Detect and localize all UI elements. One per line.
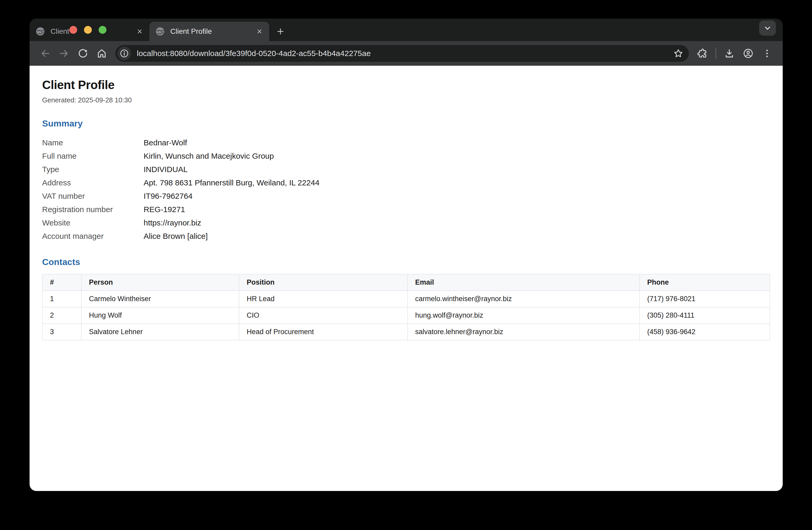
field-label: Account manager (42, 229, 144, 243)
field-label: Type (42, 163, 144, 176)
summary-row: VAT numberIT96-7962764 (42, 189, 770, 203)
table-cell: CIO (239, 307, 408, 324)
table-cell: salvatore.lehner@raynor.biz (408, 324, 640, 340)
globe-favicon-icon (35, 26, 45, 37)
page-content: Client Profile Generated: 2025-09-28 10:… (30, 66, 783, 491)
back-button[interactable] (37, 45, 54, 62)
page-title: Client Profile (42, 78, 770, 92)
summary-row: Account managerAlice Brown [alice] (42, 229, 770, 243)
summary-row: NameBednar-Wolf (42, 136, 770, 149)
browser-menu-button[interactable] (759, 45, 775, 62)
column-header: Position (239, 274, 408, 291)
extensions-button[interactable] (694, 45, 711, 62)
summary-row: Full nameKirlin, Wunsch and Macejkovic G… (42, 149, 770, 163)
table-cell: Head of Procurement (239, 324, 408, 340)
table-body: 1Carmelo WintheiserHR Leadcarmelo.winthe… (42, 291, 770, 340)
field-value: REG-19271 (144, 203, 770, 216)
contacts-table: #PersonPositionEmailPhone 1Carmelo Winth… (42, 274, 770, 340)
extensions-puzzle-icon (697, 48, 708, 59)
table-cell: hung.wolf@raynor.biz (408, 307, 640, 324)
summary-row: AddressApt. 798 8631 Pfannerstill Burg, … (42, 176, 770, 189)
summary-row: Websitehttps://raynor.biz (42, 216, 770, 229)
bookmark-star-icon (673, 48, 684, 59)
column-header: Email (408, 274, 640, 291)
downloads-button[interactable] (721, 45, 738, 62)
info-icon (119, 49, 129, 58)
field-value: INDIVIDUAL (144, 163, 770, 176)
table-row: 1Carmelo WintheiserHR Leadcarmelo.winthe… (42, 291, 770, 307)
table-cell: Hung Wolf (81, 307, 239, 324)
summary-row: TypeINDIVIDUAL (42, 163, 770, 176)
browser-window: Client Client Profile (30, 18, 783, 491)
table-cell: (458) 936-9642 (640, 324, 770, 340)
tab-client-profile[interactable]: Client Profile (149, 22, 269, 41)
close-tab-icon[interactable] (255, 27, 264, 36)
table-cell: 2 (42, 307, 81, 324)
table-row: 3Salvatore LehnerHead of Procurementsalv… (42, 324, 770, 340)
profile-button[interactable] (740, 45, 756, 62)
forward-icon (59, 48, 70, 59)
menu-dots-icon (762, 48, 772, 59)
close-tab-icon[interactable] (135, 27, 144, 36)
table-cell: HR Lead (239, 291, 408, 307)
zoom-window-button[interactable] (99, 26, 106, 34)
field-value: https://raynor.biz (144, 216, 770, 229)
close-window-button[interactable] (69, 26, 77, 34)
field-label: Name (42, 136, 144, 149)
tab-title: Client Profile (170, 27, 255, 36)
home-button[interactable] (93, 45, 110, 62)
minimize-window-button[interactable] (84, 26, 92, 34)
new-tab-plus-icon (276, 27, 285, 36)
summary-heading: Summary (42, 118, 770, 128)
table-cell: Carmelo Wintheiser (81, 291, 239, 307)
field-label: Registration number (42, 203, 144, 216)
column-header: # (42, 274, 81, 291)
column-header: Phone (640, 274, 770, 291)
chevron-down-icon (763, 24, 772, 32)
url-text[interactable]: localhost:8080/download/3fe39f0d-0520-4a… (137, 49, 671, 58)
field-label: Website (42, 216, 144, 229)
field-value: Kirlin, Wunsch and Macejkovic Group (144, 149, 770, 163)
table-cell: (717) 976-8021 (640, 291, 770, 307)
field-value: Apt. 798 8631 Pfannerstill Burg, Weiland… (144, 176, 770, 189)
field-label: VAT number (42, 189, 144, 203)
tab-search-button[interactable] (759, 20, 776, 36)
toolbar-divider (715, 48, 716, 59)
home-icon (96, 48, 107, 59)
tab-strip: Client Client Profile (30, 18, 783, 41)
table-cell: 1 (42, 291, 81, 307)
forward-button[interactable] (56, 45, 72, 62)
table-cell: Salvatore Lehner (81, 324, 239, 340)
field-label: Address (42, 176, 144, 189)
globe-favicon-icon (155, 26, 165, 37)
table-cell: 3 (42, 324, 81, 340)
back-icon (40, 48, 51, 59)
field-value: Alice Brown [alice] (144, 229, 770, 243)
field-value: Bednar-Wolf (144, 136, 770, 149)
window-controls (69, 18, 106, 41)
profile-icon (743, 48, 754, 59)
table-cell: carmelo.wintheiser@raynor.biz (408, 291, 640, 307)
contacts-heading: Contacts (42, 257, 770, 267)
site-info-button[interactable] (117, 46, 131, 60)
summary-grid: NameBednar-WolfFull nameKirlin, Wunsch a… (42, 136, 770, 243)
column-header: Person (81, 274, 239, 291)
url-bar[interactable]: localhost:8080/download/3fe39f0d-0520-4a… (115, 45, 689, 62)
summary-row: Registration numberREG-19271 (42, 203, 770, 216)
table-cell: (305) 280-4111 (640, 307, 770, 324)
reload-icon (77, 48, 88, 59)
generated-timestamp: Generated: 2025-09-28 10:30 (42, 96, 770, 104)
toolbar: localhost:8080/download/3fe39f0d-0520-4a… (30, 41, 783, 66)
table-row: 2Hung WolfCIOhung.wolf@raynor.biz(305) 2… (42, 307, 770, 324)
field-value: IT96-7962764 (144, 189, 770, 203)
table-header-row: #PersonPositionEmailPhone (42, 274, 770, 291)
bookmark-button[interactable] (671, 46, 685, 60)
reload-button[interactable] (75, 45, 91, 62)
download-icon (724, 48, 735, 59)
new-tab-button[interactable] (271, 22, 290, 41)
field-label: Full name (42, 149, 144, 163)
